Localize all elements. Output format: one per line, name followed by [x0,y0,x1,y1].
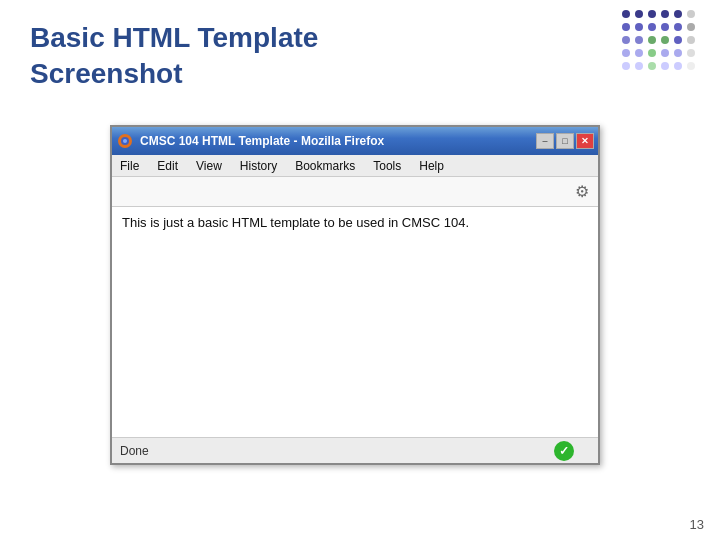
menu-item-file[interactable]: File [118,159,141,173]
decorative-dot [674,62,682,70]
decorative-dot [661,49,669,57]
window-title: CMSC 104 HTML Template - Mozilla Firefox [140,134,384,148]
decorative-dot [674,10,682,18]
decorative-dot [661,10,669,18]
decorative-dot [687,62,695,70]
decorative-dot [622,62,630,70]
menu-item-history[interactable]: History [238,159,279,173]
menu-item-tools[interactable]: Tools [371,159,403,173]
title-bar-left: CMSC 104 HTML Template - Mozilla Firefox [116,132,384,150]
decorative-dot [661,23,669,31]
decorative-dot [622,10,630,18]
decorative-dot [674,23,682,31]
slide-title: Basic HTML Template Screenshot [30,20,318,93]
title-line2: Screenshot [30,58,183,89]
status-text: Done [120,444,149,458]
decorative-dot [648,10,656,18]
decorative-dot [661,36,669,44]
menu-item-edit[interactable]: Edit [155,159,180,173]
decorative-dot [648,49,656,57]
menu-item-view[interactable]: View [194,159,224,173]
decorative-dot [635,10,643,18]
status-right: ✓ ⁢ [554,441,590,461]
decorative-dot [622,23,630,31]
decorative-dot [674,49,682,57]
decorative-dot [648,36,656,44]
decorative-dot [700,62,708,70]
decorative-dot [700,36,708,44]
decorative-dots [622,10,710,72]
maximize-button[interactable]: □ [556,133,574,149]
menu-bar: FileEditViewHistoryBookmarksToolsHelp [112,155,598,177]
decorative-dot [700,49,708,57]
decorative-dot [661,62,669,70]
decorative-dot [635,36,643,44]
decorative-dot [674,36,682,44]
decorative-dot [635,49,643,57]
svg-point-2 [123,139,127,143]
decorative-dot [687,36,695,44]
content-text: This is just a basic HTML template to be… [122,215,469,230]
decorative-dot [648,23,656,31]
secure-icon: ✓ [554,441,574,461]
decorative-dot [700,23,708,31]
menu-item-bookmarks[interactable]: Bookmarks [293,159,357,173]
menu-item-help[interactable]: Help [417,159,446,173]
decorative-dot [700,10,708,18]
gear-icon[interactable]: ⚙ [572,182,592,202]
decorative-dot [687,10,695,18]
decorative-dot [622,36,630,44]
decorative-dot [635,62,643,70]
minimize-button[interactable]: – [536,133,554,149]
page-number: 13 [690,517,704,532]
decorative-dot [648,62,656,70]
firefox-icon [116,132,134,150]
decorative-dot [687,49,695,57]
decorative-dot [635,23,643,31]
status-bar: Done ✓ ⁢ [112,437,598,463]
resize-handle[interactable]: ⁢ [578,445,590,457]
decorative-dot [687,23,695,31]
title-bar: CMSC 104 HTML Template - Mozilla Firefox… [112,127,598,155]
window-controls: – □ ✕ [536,133,594,149]
title-line1: Basic HTML Template [30,22,318,53]
toolbar: ⚙ [112,177,598,207]
browser-window: CMSC 104 HTML Template - Mozilla Firefox… [110,125,600,465]
decorative-dot [622,49,630,57]
close-button[interactable]: ✕ [576,133,594,149]
browser-content: This is just a basic HTML template to be… [112,207,598,441]
